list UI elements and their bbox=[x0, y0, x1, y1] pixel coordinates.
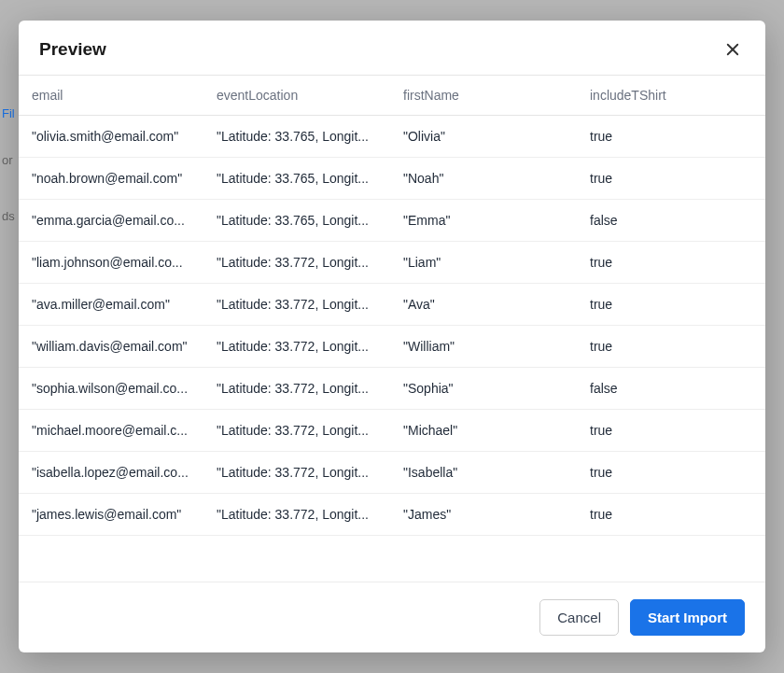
cell-email: "noah.brown@email.com" bbox=[19, 158, 205, 200]
cell-eventlocation: "Latitude: 33.765, Longit... bbox=[205, 158, 392, 200]
table-row[interactable]: "james.lewis@email.com""Latitude: 33.772… bbox=[19, 494, 765, 536]
modal-title: Preview bbox=[39, 39, 106, 60]
cell-email: "michael.moore@email.c... bbox=[19, 410, 205, 452]
cell-email: "ava.miller@email.com" bbox=[19, 284, 205, 326]
table-row[interactable]: "sophia.wilson@email.co..."Latitude: 33.… bbox=[19, 368, 765, 410]
background-text: ds bbox=[0, 205, 17, 227]
background-text: or bbox=[0, 149, 15, 171]
cell-eventlocation: "Latitude: 33.772, Longit... bbox=[205, 242, 392, 284]
cell-email: "sophia.wilson@email.co... bbox=[19, 368, 205, 410]
cell-eventlocation: "Latitude: 33.772, Longit... bbox=[205, 284, 392, 326]
cell-email: "olivia.smith@email.com" bbox=[19, 116, 205, 158]
cell-eventlocation: "Latitude: 33.772, Longit... bbox=[205, 326, 392, 368]
cell-includetshirt: true bbox=[579, 116, 765, 158]
table-row[interactable]: "ava.miller@email.com""Latitude: 33.772,… bbox=[19, 284, 765, 326]
cell-email: "liam.johnson@email.co... bbox=[19, 242, 205, 284]
table-row[interactable]: "emma.garcia@email.co..."Latitude: 33.76… bbox=[19, 200, 765, 242]
cell-includetshirt: true bbox=[579, 158, 765, 200]
cell-includetshirt: true bbox=[579, 410, 765, 452]
column-header-firstname[interactable]: firstName bbox=[392, 76, 579, 116]
background-text: Fil bbox=[0, 103, 17, 124]
cell-firstname: "Sophia" bbox=[392, 368, 579, 410]
cell-firstname: "Noah" bbox=[392, 158, 579, 200]
column-header-includetshirt[interactable]: includeTShirt bbox=[579, 76, 765, 116]
table-row[interactable]: "michael.moore@email.c..."Latitude: 33.7… bbox=[19, 410, 765, 452]
cell-includetshirt: true bbox=[579, 326, 765, 368]
table-row[interactable]: "isabella.lopez@email.co..."Latitude: 33… bbox=[19, 452, 765, 494]
cell-firstname: "Liam" bbox=[392, 242, 579, 284]
table-row[interactable]: "noah.brown@email.com""Latitude: 33.765,… bbox=[19, 158, 765, 200]
cell-includetshirt: true bbox=[579, 494, 765, 536]
cell-firstname: "William" bbox=[392, 326, 579, 368]
table-row[interactable]: "olivia.smith@email.com""Latitude: 33.76… bbox=[19, 116, 765, 158]
close-icon bbox=[724, 41, 741, 58]
table-scroll-container[interactable]: email eventLocation firstName includeTSh… bbox=[19, 75, 765, 582]
cell-firstname: "Ava" bbox=[392, 284, 579, 326]
column-header-eventlocation[interactable]: eventLocation bbox=[205, 76, 392, 116]
preview-table: email eventLocation firstName includeTSh… bbox=[19, 76, 765, 536]
column-header-email[interactable]: email bbox=[19, 76, 205, 116]
cell-eventlocation: "Latitude: 33.772, Longit... bbox=[205, 368, 392, 410]
cell-email: "william.davis@email.com" bbox=[19, 326, 205, 368]
cell-eventlocation: "Latitude: 33.765, Longit... bbox=[205, 116, 392, 158]
cell-includetshirt: true bbox=[579, 452, 765, 494]
table-header-row: email eventLocation firstName includeTSh… bbox=[19, 76, 765, 116]
cell-firstname: "Michael" bbox=[392, 410, 579, 452]
table-row[interactable]: "liam.johnson@email.co..."Latitude: 33.7… bbox=[19, 242, 765, 284]
cell-eventlocation: "Latitude: 33.772, Longit... bbox=[205, 452, 392, 494]
start-import-button[interactable]: Start Import bbox=[630, 599, 745, 636]
cell-firstname: "James" bbox=[392, 494, 579, 536]
cell-eventlocation: "Latitude: 33.772, Longit... bbox=[205, 410, 392, 452]
cell-includetshirt: false bbox=[579, 368, 765, 410]
table-row[interactable]: "william.davis@email.com""Latitude: 33.7… bbox=[19, 326, 765, 368]
cell-email: "james.lewis@email.com" bbox=[19, 494, 205, 536]
cell-eventlocation: "Latitude: 33.772, Longit... bbox=[205, 494, 392, 536]
modal-footer: Cancel Start Import bbox=[19, 582, 765, 652]
cell-firstname: "Olivia" bbox=[392, 116, 579, 158]
cell-eventlocation: "Latitude: 33.765, Longit... bbox=[205, 200, 392, 242]
cell-firstname: "Isabella" bbox=[392, 452, 579, 494]
cell-email: "isabella.lopez@email.co... bbox=[19, 452, 205, 494]
cell-firstname: "Emma" bbox=[392, 200, 579, 242]
cell-includetshirt: true bbox=[579, 284, 765, 326]
preview-modal: Preview email eventLocation firstName in… bbox=[19, 21, 765, 652]
close-button[interactable] bbox=[721, 37, 745, 62]
cell-email: "emma.garcia@email.co... bbox=[19, 200, 205, 242]
modal-header: Preview bbox=[19, 21, 765, 75]
cell-includetshirt: false bbox=[579, 200, 765, 242]
cell-includetshirt: true bbox=[579, 242, 765, 284]
cancel-button[interactable]: Cancel bbox=[539, 599, 619, 636]
